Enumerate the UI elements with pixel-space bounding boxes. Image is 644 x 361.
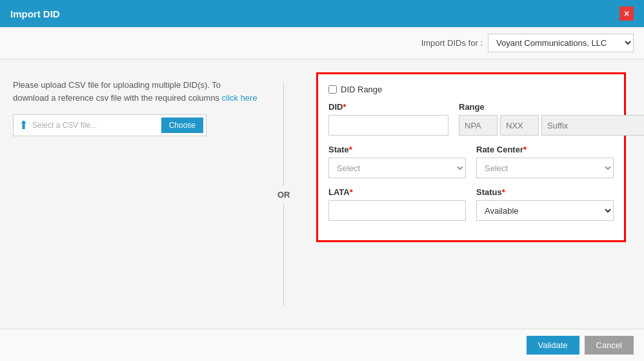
left-panel: Please upload CSV file for uploading mul… (13, 72, 284, 316)
import-did-modal: Import DID × Import DIDs for : Voyant Co… (0, 0, 644, 361)
or-divider: OR (277, 82, 290, 306)
validate-button[interactable]: Validate (527, 336, 579, 355)
modal-title: Import DID (10, 8, 60, 19)
file-placeholder-text: Select a CSV file... (32, 121, 161, 130)
state-label: State* (328, 145, 466, 154)
did-range-form-row: DID* Range (328, 102, 614, 136)
nxx-input[interactable] (500, 115, 539, 136)
rate-center-col: Rate Center* Select (476, 145, 614, 178)
rate-center-label: Rate Center* (476, 145, 614, 154)
modal-body: Please upload CSV file for uploading mul… (0, 59, 644, 329)
suffix-input[interactable] (541, 115, 644, 136)
modal-header: Import DID × (0, 0, 644, 27)
close-button[interactable]: × (619, 6, 634, 21)
range-col: Range (459, 102, 644, 136)
did-range-label: DID Range (341, 85, 382, 94)
divider-line-top (283, 82, 284, 185)
modal-footer: Validate Cancel (0, 329, 644, 361)
range-inputs (459, 115, 644, 136)
did-col: DID* (328, 102, 448, 136)
lata-label: LATA* (328, 187, 466, 197)
state-rate-form-row: State* Select Rate Center* Select (328, 145, 614, 178)
cancel-button[interactable]: Cancel (585, 336, 634, 355)
did-input[interactable] (328, 115, 448, 136)
did-form-box: DID Range DID* Range (316, 72, 626, 242)
npa-input[interactable] (459, 115, 498, 136)
lata-input[interactable] (328, 200, 466, 221)
or-text: OR (277, 189, 290, 199)
right-panel: DID Range DID* Range (284, 72, 631, 316)
rate-center-select[interactable]: Select (476, 158, 614, 178)
state-select[interactable]: Select (328, 158, 466, 178)
state-col: State* Select (328, 145, 466, 178)
did-range-row: DID Range (328, 85, 614, 94)
divider-line-bottom (283, 203, 284, 306)
upload-description: Please upload CSV file for uploading mul… (13, 79, 258, 104)
did-label: DID* (328, 102, 448, 112)
lata-status-form-row: LATA* Status* Available Unavailable (328, 187, 614, 221)
status-label: Status* (476, 187, 614, 197)
status-select[interactable]: Available Unavailable (476, 200, 614, 221)
choose-button[interactable]: Choose (161, 118, 203, 133)
lata-col: LATA* (328, 187, 466, 221)
import-dids-label: Import DIDs for : (421, 38, 483, 48)
status-col: Status* Available Unavailable (476, 187, 614, 221)
click-here-link[interactable]: click here (222, 93, 257, 103)
upload-icon: ⬆ (19, 118, 28, 132)
import-dids-select[interactable]: Voyant Communications, LLC (488, 34, 634, 52)
did-range-checkbox[interactable] (328, 85, 337, 94)
range-label: Range (459, 102, 644, 112)
file-upload-row: ⬆ Select a CSV file... Choose (13, 114, 206, 136)
modal-subheader: Import DIDs for : Voyant Communications,… (0, 27, 644, 59)
